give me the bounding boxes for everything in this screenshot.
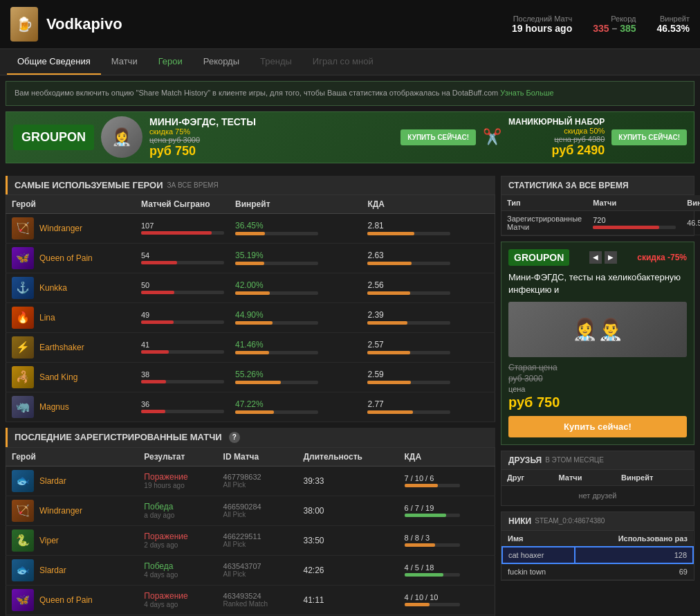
hero-winrate-cell: 41.46% xyxy=(230,332,362,362)
match-kda-cell: 4 / 5 / 18 xyxy=(399,555,495,585)
match-kda-text: 7 / 10 / 6 xyxy=(405,474,489,482)
hero-winrate-cell: 36.45% xyxy=(230,213,362,243)
nick-count: 128 xyxy=(575,547,693,563)
match-row[interactable]: 🦋 Queen of Pain Поражение 4 days ago 463… xyxy=(6,585,495,615)
friends-sub: В ЭТОМ МЕСЯЦЕ xyxy=(545,456,604,464)
match-result-time: a day ago xyxy=(144,511,212,519)
right-ad-buy-button[interactable]: Купить сейчас! xyxy=(508,416,687,437)
match-row[interactable]: 🐟 Slardar Поражение 19 hours ago 4677986… xyxy=(6,466,495,496)
hero-cell: ⚓ Kunkka xyxy=(6,273,136,302)
hero-name-link[interactable]: Windranger xyxy=(39,224,82,233)
match-hero-link[interactable]: Queen of Pain xyxy=(39,595,93,605)
hero-row[interactable]: 🏹 Windranger 107 36.45% 2.81 xyxy=(6,213,495,243)
heroes-section-sub: ЗА ВСЕ ВРЕМЯ xyxy=(167,181,219,189)
match-id-value: 467798632 xyxy=(223,473,293,481)
friends-col-friend: Друг xyxy=(501,470,553,486)
match-hero-link[interactable]: Slardar xyxy=(39,565,66,575)
match-hero-cell: 🏹 Windranger xyxy=(6,496,139,525)
hero-name-link[interactable]: Sand King xyxy=(39,372,77,382)
matches-col-kda: КДА xyxy=(399,447,495,466)
ad-buy-button-1[interactable]: КУПИТЬ СЕЙЧАС! xyxy=(400,129,476,145)
right-ad-next-btn[interactable]: ▶ xyxy=(605,251,617,264)
matches-col-duration: Длительность xyxy=(297,447,398,466)
match-row[interactable]: 🐍 Viper Поражение 2 days ago 466229511 A… xyxy=(6,525,495,555)
friends-empty-row: нет друзей xyxy=(501,485,694,505)
match-result-text: Победа xyxy=(144,502,212,511)
friends-col-winrate: Винрейт xyxy=(616,470,694,486)
nicks-title: НИКИ xyxy=(508,516,531,526)
right-ad-price-old-label: Старая цена xyxy=(508,363,687,372)
match-hero-link[interactable]: Viper xyxy=(39,536,59,545)
ad-price-old: цена руб 3000 xyxy=(149,136,394,144)
hero-name-link[interactable]: Kunkka xyxy=(39,283,67,293)
match-id-value: 463543707 xyxy=(223,562,293,570)
match-hero-link[interactable]: Windranger xyxy=(39,506,82,516)
hero-matches-cell: 36 xyxy=(136,392,230,422)
matches-help-icon[interactable]: ? xyxy=(229,432,240,443)
match-hero-cell: 🐍 Viper xyxy=(6,525,139,555)
hero-row[interactable]: ⚡ Earthshaker 41 41.46% 2.57 xyxy=(6,332,495,362)
hero-name-link[interactable]: Lina xyxy=(39,313,55,323)
hero-row[interactable]: 🦂 Sand King 38 55.26% 2.59 xyxy=(6,362,495,392)
match-mode: All Pick xyxy=(223,511,293,518)
nav-records[interactable]: Рекорды xyxy=(193,49,250,75)
hero-row[interactable]: 🦋 Queen of Pain 54 35.19% 2.63 xyxy=(6,243,495,273)
hero-name-link[interactable]: Queen of Pain xyxy=(39,253,93,263)
hero-row[interactable]: ⚓ Kunkka 50 42.00% 2.56 xyxy=(6,273,495,302)
hero-matches-cell: 107 xyxy=(136,213,230,243)
right-ad-prev-btn[interactable]: ◀ xyxy=(589,251,602,264)
match-duration: 41:11 xyxy=(303,595,393,605)
ad-discount: скидка 75% xyxy=(149,127,394,136)
match-result-text: Победа xyxy=(144,561,212,571)
hero-row[interactable]: 🦏 Magnus 36 47.22% 2.77 xyxy=(6,392,495,422)
left-column: САМЫЕ ИСПОЛЬЗУЕМЫЕ ГЕРОИ ЗА ВСЕ ВРЕМЯ Ге… xyxy=(6,170,495,616)
stats-row: Зарегистрированные Матчи 720 46.53% xyxy=(501,210,700,235)
heroes-section-header: САМЫЕ ИСПОЛЬЗУЕМЫЕ ГЕРОИ ЗА ВСЕ ВРЕМЯ xyxy=(6,176,495,194)
match-duration: 33:50 xyxy=(303,536,393,545)
nick-count: 69 xyxy=(575,563,693,580)
hero-name-link[interactable]: Magnus xyxy=(39,402,69,412)
match-hero-avatar: 🦋 xyxy=(12,589,34,611)
right-ad-groupon: GROUPON xyxy=(508,249,569,266)
hero-matches-cell: 41 xyxy=(136,332,230,362)
match-duration: 38:00 xyxy=(303,506,393,516)
match-duration-cell: 33:50 xyxy=(297,525,398,555)
hero-row[interactable]: 🔥 Lina 49 44.90% 2.39 xyxy=(6,302,495,332)
hero-winrate-cell: 47.22% xyxy=(230,392,362,422)
record-value: 335 – 385 xyxy=(593,23,636,34)
ad-text-block: МИНИ-ФЭГДС, ТЕСТЫ скидка 75% цена руб 30… xyxy=(149,116,394,158)
match-row[interactable]: 🐟 Slardar Победа 4 days ago 463543707 Al… xyxy=(6,555,495,585)
match-result-cell: Поражение 19 hours ago xyxy=(138,466,217,496)
hero-avatar: 🦂 xyxy=(12,366,34,388)
matches-table: Герой Результат ID Матча Длительность КД… xyxy=(6,447,495,616)
nav-heroes[interactable]: Герои xyxy=(148,49,193,75)
nav-matches[interactable]: Матчи xyxy=(101,49,148,75)
hero-name-link[interactable]: Earthshaker xyxy=(39,343,84,352)
hero-cell: 🦋 Queen of Pain xyxy=(6,243,136,273)
match-kda-cell: 4 / 10 / 10 xyxy=(399,585,495,615)
ad-buy-button-2[interactable]: КУПИТЬ СЕЙЧАС! xyxy=(611,129,687,145)
match-kda-cell: 8 / 8 / 3 xyxy=(399,525,495,555)
friends-empty-text: нет друзей xyxy=(501,485,694,505)
hero-avatar: ⚓ xyxy=(12,277,34,299)
match-id-cell: 466590284 All Pick xyxy=(218,496,298,525)
nicks-section-header: НИКИ STEAM_0:0:48674380 xyxy=(501,512,694,531)
hero-avatar: 🏹 xyxy=(12,217,34,239)
match-row[interactable]: 🏹 Windranger Победа a day ago 466590284 … xyxy=(6,496,495,525)
last-match-stat: Последний Матч 19 hours ago xyxy=(512,15,572,34)
nick-name: fuckin town xyxy=(502,563,575,580)
matches-col-hero: Герой xyxy=(6,447,139,466)
match-hero-link[interactable]: Slardar xyxy=(39,476,66,486)
winrate-label: Винрейт xyxy=(660,15,690,23)
match-hero-avatar: 🐟 xyxy=(12,470,34,492)
nav-overview[interactable]: Общие Сведения xyxy=(7,49,101,75)
hero-kda-cell: 2.81 xyxy=(362,213,495,243)
heroes-col-matches: Матчей Сыграно xyxy=(136,194,230,213)
hero-kda-cell: 2.57 xyxy=(362,332,495,362)
nicks-col-count: Использовано раз xyxy=(575,531,693,547)
notice-link[interactable]: Узнать Больше xyxy=(500,89,553,97)
friends-section-header: ДРУЗЬЯ В ЭТОМ МЕСЯЦЕ xyxy=(501,451,694,470)
match-result-text: Поражение xyxy=(144,532,212,541)
match-kda-text: 4 / 10 / 10 xyxy=(405,593,489,601)
record-dash: – xyxy=(609,23,620,34)
